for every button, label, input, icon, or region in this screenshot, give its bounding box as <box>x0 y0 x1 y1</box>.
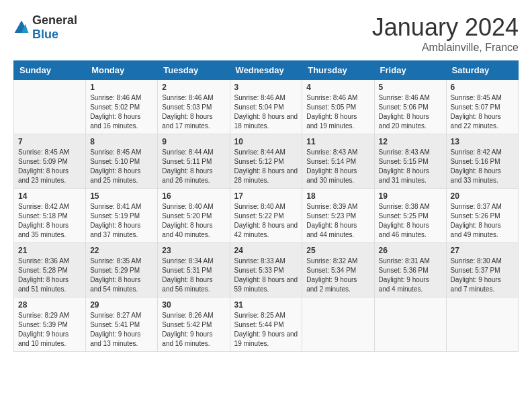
day-info: Sunrise: 8:31 AMSunset: 5:36 PMDaylight:… <box>379 257 430 293</box>
day-cell <box>14 80 86 134</box>
day-info: Sunrise: 8:43 AMSunset: 5:15 PMDaylight:… <box>379 148 430 184</box>
day-cell: 31Sunrise: 8:25 AMSunset: 5:44 PMDayligh… <box>230 298 302 352</box>
day-number: 10 <box>234 137 298 146</box>
day-cell: 14Sunrise: 8:42 AMSunset: 5:18 PMDayligh… <box>14 189 86 243</box>
week-row-2: 7Sunrise: 8:45 AMSunset: 5:09 PMDaylight… <box>14 134 519 189</box>
day-number: 14 <box>18 191 81 201</box>
day-cell: 13Sunrise: 8:42 AMSunset: 5:16 PMDayligh… <box>446 134 518 189</box>
logo-icon <box>13 19 30 36</box>
day-cell: 25Sunrise: 8:32 AMSunset: 5:34 PMDayligh… <box>302 243 374 298</box>
day-cell: 30Sunrise: 8:26 AMSunset: 5:42 PMDayligh… <box>158 298 230 352</box>
day-number: 20 <box>451 191 514 201</box>
day-number: 2 <box>162 83 225 92</box>
day-number: 28 <box>18 300 81 310</box>
day-cell: 8Sunrise: 8:45 AMSunset: 5:10 PMDaylight… <box>86 134 158 189</box>
day-number: 25 <box>306 246 369 255</box>
day-number: 9 <box>162 137 225 146</box>
day-cell: 28Sunrise: 8:29 AMSunset: 5:39 PMDayligh… <box>14 298 86 352</box>
day-cell: 1Sunrise: 8:46 AMSunset: 5:02 PMDaylight… <box>86 80 158 134</box>
day-info: Sunrise: 8:45 AMSunset: 5:07 PMDaylight:… <box>451 94 502 130</box>
day-info: Sunrise: 8:29 AMSunset: 5:39 PMDaylight:… <box>18 312 69 347</box>
day-number: 17 <box>234 191 298 201</box>
week-row-1: 1Sunrise: 8:46 AMSunset: 5:02 PMDaylight… <box>14 80 519 134</box>
day-info: Sunrise: 8:40 AMSunset: 5:22 PMDaylight:… <box>234 203 298 238</box>
day-info: Sunrise: 8:41 AMSunset: 5:19 PMDaylight:… <box>90 203 141 238</box>
day-cell: 24Sunrise: 8:33 AMSunset: 5:33 PMDayligh… <box>230 243 302 298</box>
day-number: 18 <box>306 191 369 201</box>
day-info: Sunrise: 8:42 AMSunset: 5:18 PMDaylight:… <box>18 203 69 238</box>
day-number: 27 <box>451 246 514 255</box>
day-number: 31 <box>234 300 298 310</box>
day-info: Sunrise: 8:40 AMSunset: 5:20 PMDaylight:… <box>162 203 213 238</box>
page-header: General Blue January 2024 Amblainville, … <box>13 13 519 54</box>
day-number: 6 <box>451 83 514 92</box>
location-title: Amblainville, France <box>372 42 519 54</box>
day-number: 5 <box>379 83 442 92</box>
logo: General Blue <box>13 13 77 42</box>
day-info: Sunrise: 8:37 AMSunset: 5:26 PMDaylight:… <box>451 203 502 238</box>
day-cell: 17Sunrise: 8:40 AMSunset: 5:22 PMDayligh… <box>230 189 302 243</box>
month-title: January 2024 <box>372 13 519 42</box>
day-cell: 26Sunrise: 8:31 AMSunset: 5:36 PMDayligh… <box>374 243 446 298</box>
week-row-5: 28Sunrise: 8:29 AMSunset: 5:39 PMDayligh… <box>14 298 519 352</box>
day-number: 26 <box>379 246 442 255</box>
day-info: Sunrise: 8:46 AMSunset: 5:02 PMDaylight:… <box>90 94 141 130</box>
day-cell: 19Sunrise: 8:38 AMSunset: 5:25 PMDayligh… <box>374 189 446 243</box>
col-header-thursday: Thursday <box>302 61 374 80</box>
day-info: Sunrise: 8:46 AMSunset: 5:04 PMDaylight:… <box>234 94 298 130</box>
day-info: Sunrise: 8:42 AMSunset: 5:16 PMDaylight:… <box>451 148 502 184</box>
day-number: 24 <box>234 246 298 255</box>
day-number: 3 <box>234 83 298 92</box>
day-cell: 6Sunrise: 8:45 AMSunset: 5:07 PMDaylight… <box>446 80 518 134</box>
day-info: Sunrise: 8:32 AMSunset: 5:34 PMDaylight:… <box>306 257 357 293</box>
day-info: Sunrise: 8:46 AMSunset: 5:03 PMDaylight:… <box>162 94 213 130</box>
day-info: Sunrise: 8:46 AMSunset: 5:05 PMDaylight:… <box>306 94 357 130</box>
day-info: Sunrise: 8:34 AMSunset: 5:31 PMDaylight:… <box>162 257 213 293</box>
day-number: 16 <box>162 191 225 201</box>
day-info: Sunrise: 8:44 AMSunset: 5:11 PMDaylight:… <box>162 148 213 184</box>
day-info: Sunrise: 8:27 AMSunset: 5:41 PMDaylight:… <box>90 312 141 347</box>
day-cell: 16Sunrise: 8:40 AMSunset: 5:20 PMDayligh… <box>158 189 230 243</box>
day-number: 15 <box>90 191 153 201</box>
day-info: Sunrise: 8:39 AMSunset: 5:23 PMDaylight:… <box>306 203 357 238</box>
day-cell: 22Sunrise: 8:35 AMSunset: 5:29 PMDayligh… <box>86 243 158 298</box>
col-header-friday: Friday <box>374 61 446 80</box>
day-cell: 23Sunrise: 8:34 AMSunset: 5:31 PMDayligh… <box>158 243 230 298</box>
day-cell: 3Sunrise: 8:46 AMSunset: 5:04 PMDaylight… <box>230 80 302 134</box>
day-cell: 20Sunrise: 8:37 AMSunset: 5:26 PMDayligh… <box>446 189 518 243</box>
day-number: 23 <box>162 246 225 255</box>
day-cell: 7Sunrise: 8:45 AMSunset: 5:09 PMDaylight… <box>14 134 86 189</box>
col-header-sunday: Sunday <box>14 61 86 80</box>
day-cell <box>302 298 374 352</box>
day-cell: 2Sunrise: 8:46 AMSunset: 5:03 PMDaylight… <box>158 80 230 134</box>
day-cell: 9Sunrise: 8:44 AMSunset: 5:11 PMDaylight… <box>158 134 230 189</box>
calendar-table: SundayMondayTuesdayWednesdayThursdayFrid… <box>13 60 519 352</box>
day-info: Sunrise: 8:35 AMSunset: 5:29 PMDaylight:… <box>90 257 141 293</box>
day-info: Sunrise: 8:30 AMSunset: 5:37 PMDaylight:… <box>451 257 502 293</box>
day-number: 1 <box>90 83 153 92</box>
day-cell: 5Sunrise: 8:46 AMSunset: 5:06 PMDaylight… <box>374 80 446 134</box>
day-info: Sunrise: 8:44 AMSunset: 5:12 PMDaylight:… <box>234 148 298 184</box>
day-info: Sunrise: 8:38 AMSunset: 5:25 PMDaylight:… <box>379 203 430 238</box>
day-info: Sunrise: 8:26 AMSunset: 5:42 PMDaylight:… <box>162 312 213 347</box>
day-cell: 29Sunrise: 8:27 AMSunset: 5:41 PMDayligh… <box>86 298 158 352</box>
col-header-monday: Monday <box>86 61 158 80</box>
day-number: 22 <box>90 246 153 255</box>
logo-text: General Blue <box>32 13 77 42</box>
day-number: 11 <box>306 137 369 146</box>
day-info: Sunrise: 8:43 AMSunset: 5:14 PMDaylight:… <box>306 148 357 184</box>
day-number: 29 <box>90 300 153 310</box>
col-header-saturday: Saturday <box>446 61 518 80</box>
day-info: Sunrise: 8:45 AMSunset: 5:10 PMDaylight:… <box>90 148 141 184</box>
day-cell: 4Sunrise: 8:46 AMSunset: 5:05 PMDaylight… <box>302 80 374 134</box>
day-cell: 27Sunrise: 8:30 AMSunset: 5:37 PMDayligh… <box>446 243 518 298</box>
day-info: Sunrise: 8:45 AMSunset: 5:09 PMDaylight:… <box>18 148 69 184</box>
day-cell: 21Sunrise: 8:36 AMSunset: 5:28 PMDayligh… <box>14 243 86 298</box>
day-info: Sunrise: 8:33 AMSunset: 5:33 PMDaylight:… <box>234 257 298 293</box>
day-cell: 18Sunrise: 8:39 AMSunset: 5:23 PMDayligh… <box>302 189 374 243</box>
logo-general: General <box>32 13 77 27</box>
col-header-wednesday: Wednesday <box>230 61 302 80</box>
calendar-header-row: SundayMondayTuesdayWednesdayThursdayFrid… <box>14 61 519 80</box>
day-info: Sunrise: 8:36 AMSunset: 5:28 PMDaylight:… <box>18 257 69 293</box>
day-number: 30 <box>162 300 225 310</box>
